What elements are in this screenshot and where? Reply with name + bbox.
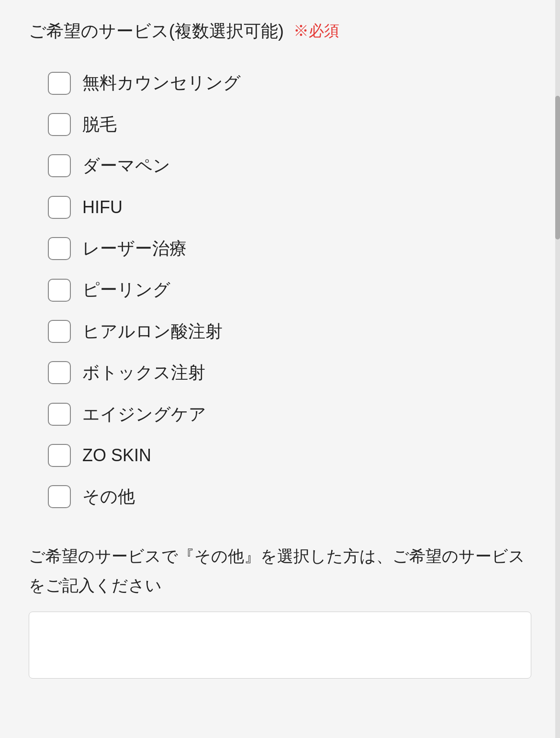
checkbox-item-aging-care[interactable]: エイジングケア bbox=[48, 394, 531, 435]
checkbox-list: 無料カウンセリング 脱毛 ダーマペン HIFU レーザー治療 ピーリング ヒアル… bbox=[48, 62, 531, 517]
checkbox-label-hair-removal: 脱毛 bbox=[82, 113, 117, 136]
checkbox-aging-care[interactable] bbox=[48, 403, 71, 426]
checkbox-peeling[interactable] bbox=[48, 279, 71, 302]
checkbox-dermapen[interactable] bbox=[48, 154, 71, 177]
checkbox-item-hair-removal[interactable]: 脱毛 bbox=[48, 104, 531, 145]
checkbox-item-laser[interactable]: レーザー治療 bbox=[48, 228, 531, 269]
scrollbar[interactable] bbox=[555, 0, 560, 738]
checkbox-label-hifu: HIFU bbox=[82, 195, 123, 219]
checkbox-label-laser: レーザー治療 bbox=[82, 237, 187, 261]
checkbox-item-counseling[interactable]: 無料カウンセリング bbox=[48, 62, 531, 103]
scrollbar-thumb[interactable] bbox=[555, 96, 560, 239]
checkbox-label-hyaluronic: ヒアルロン酸注射 bbox=[82, 319, 223, 343]
checkbox-label-dermapen: ダーマペン bbox=[82, 154, 170, 178]
checkbox-zo-skin[interactable] bbox=[48, 444, 71, 467]
checkbox-label-zo-skin: ZO SKIN bbox=[82, 443, 151, 467]
checkbox-item-botox[interactable]: ボトックス注射 bbox=[48, 352, 531, 393]
checkbox-item-hifu[interactable]: HIFU bbox=[48, 187, 531, 228]
checkbox-hair-removal[interactable] bbox=[48, 113, 71, 136]
checkbox-hifu[interactable] bbox=[48, 196, 71, 219]
required-badge: ※必須 bbox=[293, 21, 339, 42]
checkbox-label-botox: ボトックス注射 bbox=[82, 361, 205, 385]
page-container: ご希望のサービス(複数選択可能) ※必須 無料カウンセリング 脱毛 ダーマペン … bbox=[0, 0, 560, 738]
checkbox-item-peeling[interactable]: ピーリング bbox=[48, 269, 531, 310]
checkbox-label-other: その他 bbox=[82, 485, 135, 509]
other-service-note: ご希望のサービスで『その他』を選択した方は、ご希望のサービスをご記入ください bbox=[29, 542, 531, 600]
checkbox-laser[interactable] bbox=[48, 237, 71, 260]
checkbox-label-peeling: ピーリング bbox=[82, 278, 170, 302]
checkbox-item-other[interactable]: その他 bbox=[48, 476, 531, 517]
checkbox-label-counseling: 無料カウンセリング bbox=[82, 71, 241, 95]
checkbox-other[interactable] bbox=[48, 485, 71, 508]
section-header: ご希望のサービス(複数選択可能) ※必須 bbox=[29, 19, 531, 43]
checkbox-counseling[interactable] bbox=[48, 72, 71, 95]
checkbox-hyaluronic[interactable] bbox=[48, 320, 71, 343]
checkbox-item-dermapen[interactable]: ダーマペン bbox=[48, 145, 531, 186]
checkbox-botox[interactable] bbox=[48, 361, 71, 384]
checkbox-item-zo-skin[interactable]: ZO SKIN bbox=[48, 435, 531, 476]
checkbox-item-hyaluronic[interactable]: ヒアルロン酸注射 bbox=[48, 311, 531, 352]
checkbox-label-aging-care: エイジングケア bbox=[82, 402, 206, 426]
other-service-textarea[interactable] bbox=[29, 612, 531, 679]
section-title: ご希望のサービス(複数選択可能) bbox=[29, 19, 284, 43]
